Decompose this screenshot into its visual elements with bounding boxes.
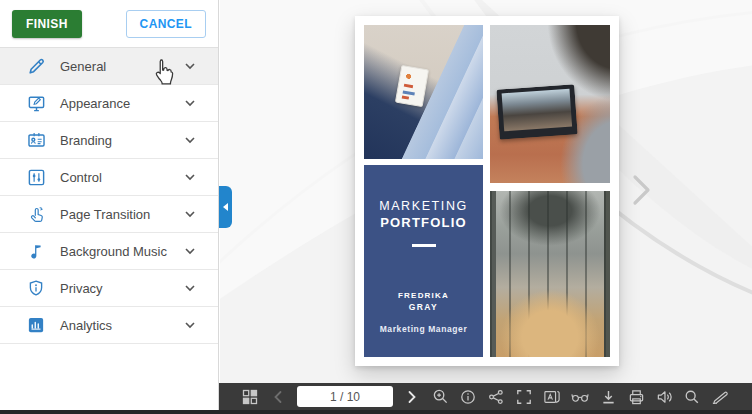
text-book-icon[interactable]	[543, 388, 561, 406]
finish-button[interactable]: FINISH	[12, 10, 82, 38]
sidebar-item-background-music[interactable]: Background Music	[0, 233, 218, 270]
glasses-icon[interactable]	[571, 388, 589, 406]
next-page-icon[interactable]	[403, 388, 421, 406]
cover-title-line2: PORTFOLIO	[364, 215, 483, 230]
flipbook-page[interactable]: MARKETING PORTFOLIO FREDRIKA GRAY Market…	[355, 16, 619, 366]
sidebar-item-general[interactable]: General	[0, 48, 218, 85]
download-icon[interactable]	[599, 388, 617, 406]
page-number-input[interactable]	[297, 386, 393, 407]
fullscreen-icon[interactable]	[515, 388, 533, 406]
viewer-toolbar	[219, 383, 752, 410]
id-card-icon	[26, 130, 46, 150]
collapse-arrow-icon	[223, 203, 228, 211]
cancel-button[interactable]: CANCEL	[126, 10, 206, 38]
monitor-edit-icon	[26, 93, 46, 113]
cover-author-first: FREDRIKA	[364, 291, 483, 300]
pencil-icon	[26, 56, 46, 76]
chevron-down-icon	[184, 171, 196, 183]
sidebar-item-privacy[interactable]: Privacy	[0, 270, 218, 307]
settings-sidebar: FINISH CANCEL General Appearance	[0, 0, 219, 410]
sidebar-item-label: Control	[60, 170, 184, 185]
music-note-icon	[26, 241, 46, 261]
cover-right-column	[490, 25, 610, 357]
prev-page-icon[interactable]	[269, 388, 287, 406]
annotate-icon[interactable]	[711, 388, 729, 406]
preview-stage: MARKETING PORTFOLIO FREDRIKA GRAY Market…	[220, 0, 752, 383]
search-icon[interactable]	[683, 388, 701, 406]
sidebar-item-analytics[interactable]: Analytics	[0, 307, 218, 344]
sound-icon[interactable]	[655, 388, 673, 406]
sidebar-item-appearance[interactable]: Appearance	[0, 85, 218, 122]
tap-gesture-icon	[26, 204, 46, 224]
sidebar-collapse-tab[interactable]	[219, 186, 232, 228]
sidebar-item-label: Branding	[60, 133, 184, 148]
chevron-down-icon	[184, 97, 196, 109]
sidebar-item-label: Privacy	[60, 281, 184, 296]
print-icon[interactable]	[627, 388, 645, 406]
window-bottom-edge	[0, 410, 752, 414]
thumbnails-icon[interactable]	[241, 388, 259, 406]
zoom-in-icon[interactable]	[431, 388, 449, 406]
sidebar-item-label: Analytics	[60, 318, 184, 333]
sidebar-header: FINISH CANCEL	[0, 0, 218, 48]
chevron-down-icon	[184, 245, 196, 257]
laptop-over-shoulder-photo	[490, 25, 610, 183]
next-page-arrow[interactable]	[628, 172, 654, 208]
sidebar-item-control[interactable]: Control	[0, 159, 218, 196]
sidebar-item-page-transition[interactable]: Page Transition	[0, 196, 218, 233]
sidebar-item-label: Background Music	[60, 244, 184, 259]
cover-divider	[412, 244, 436, 247]
chevron-down-icon	[184, 208, 196, 220]
share-icon[interactable]	[487, 388, 505, 406]
sidebar-item-label: Page Transition	[60, 207, 184, 222]
info-icon[interactable]	[459, 388, 477, 406]
chevron-down-icon	[184, 60, 196, 72]
cover-author-role: Marketing Manager	[364, 324, 483, 334]
cover-title-panel: MARKETING PORTFOLIO FREDRIKA GRAY Market…	[364, 165, 483, 357]
chevron-down-icon	[184, 134, 196, 146]
office-corridor-photo	[490, 191, 610, 357]
chevron-down-icon	[184, 319, 196, 331]
sidebar-item-label: Appearance	[60, 96, 184, 111]
sidebar-item-branding[interactable]: Branding	[0, 122, 218, 159]
chevron-down-icon	[184, 282, 196, 294]
bar-chart-icon	[26, 315, 46, 335]
meeting-tablet-photo	[364, 25, 483, 159]
cover-left-column: MARKETING PORTFOLIO FREDRIKA GRAY Market…	[364, 25, 483, 357]
sliders-icon	[26, 167, 46, 187]
flipbook-editor-window: FINISH CANCEL General Appearance	[0, 0, 752, 414]
sidebar-item-label: General	[60, 59, 184, 74]
cover-title-line1: MARKETING	[364, 199, 483, 213]
shield-info-icon	[26, 278, 46, 298]
cover-author-last: GRAY	[364, 302, 483, 312]
